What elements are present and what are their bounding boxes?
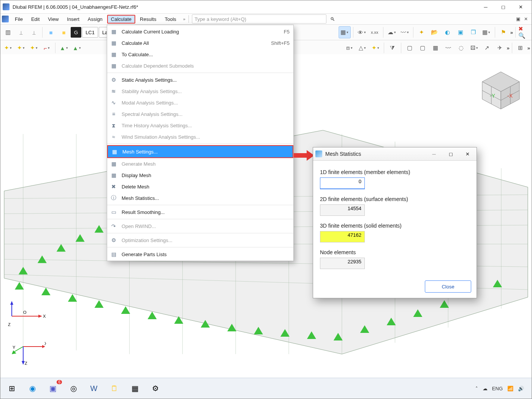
menu-results[interactable]: Results	[136, 15, 160, 24]
svg-marker-66	[294, 150, 314, 161]
taskbar-rfem-icon[interactable]: ▦	[127, 381, 143, 396]
tool-color1-icon[interactable]: ■	[45, 26, 57, 38]
svg-text:O: O	[23, 310, 27, 315]
tray-overflow-icon[interactable]: ˄	[475, 386, 478, 391]
dialog-close-action-button[interactable]: Close	[425, 280, 471, 293]
tool-misc-icon[interactable]: ▦	[480, 26, 492, 38]
tool-b2-icon[interactable]: ▢	[416, 42, 429, 54]
tool-flag-icon[interactable]: ⚑	[497, 26, 510, 38]
tool-b7-icon[interactable]: ✈	[494, 42, 506, 54]
fe3d-value[interactable]: 47162	[320, 231, 365, 242]
dialog-minimize-button[interactable]: ─	[427, 149, 441, 159]
toolbar2-overflow2-icon[interactable]: »	[527, 45, 530, 51]
taskbar-chrome-icon[interactable]: ◎	[65, 381, 82, 396]
tool-delete-icon[interactable]: ✖🔍	[518, 26, 530, 38]
menu-insert[interactable]: Insert	[63, 15, 83, 24]
pill-g[interactable]: G	[71, 27, 81, 38]
menu-assign[interactable]: Assign	[84, 15, 106, 24]
fe2d-value[interactable]: 14554	[320, 204, 365, 216]
menu-file[interactable]: File	[11, 15, 27, 24]
menu-edit[interactable]: Edit	[27, 15, 43, 24]
taskbar-word-icon[interactable]: W	[86, 381, 102, 396]
tool-t6-icon[interactable]: ▲	[71, 42, 83, 54]
menu-view[interactable]: View	[44, 15, 62, 24]
tool-xxx-icon[interactable]: x.xx	[369, 26, 381, 38]
tool-add-icon[interactable]: ✦	[416, 26, 428, 38]
calc-menu-item[interactable]: ▦Mesh Settings...	[107, 145, 293, 158]
calc-menu-item[interactable]: ▦To Calculate...	[107, 49, 293, 60]
toolbar1-overflow-icon[interactable]: »	[510, 30, 513, 35]
calc-menu-item[interactable]: ▦Display Mesh	[107, 169, 293, 181]
tool-cloud-icon[interactable]: ☁	[386, 26, 398, 38]
ribbon-close-icon[interactable]: ✕	[524, 16, 528, 22]
tool-sup-icon[interactable]: △	[356, 42, 369, 54]
calc-menu-item[interactable]: ✖Delete Mesh	[107, 181, 293, 192]
calc-menu-item[interactable]: ⚙Static Analysis Settings...	[107, 74, 293, 86]
calc-menu-item[interactable]: ▤Generate Parts Lists	[107, 249, 293, 260]
taskbar-teams-icon[interactable]: ▣	[44, 381, 61, 396]
svg-marker-22	[147, 312, 157, 319]
pill-lc[interactable]: LC1	[82, 27, 98, 38]
menu-item-label: Spectral Analysis Settings...	[122, 111, 182, 117]
tool-b5-icon[interactable]: ◌	[455, 42, 467, 54]
tray-volume-icon[interactable]: 🔊	[518, 386, 524, 391]
nav-cube[interactable]: -Y -X	[480, 70, 522, 111]
tool-a2-icon[interactable]: ⟂	[15, 26, 27, 38]
tool-t5-icon[interactable]: ▲	[58, 42, 70, 54]
tool-eye-icon[interactable]: 👁	[356, 26, 368, 38]
tool-die-icon[interactable]: ⚄	[468, 42, 480, 54]
tool-b6-icon[interactable]: ↗	[481, 42, 493, 54]
tool-a1-icon[interactable]: ▥	[2, 26, 14, 38]
tray-wifi-icon[interactable]: 📶	[507, 386, 513, 391]
menu-item-icon: ▦	[109, 27, 118, 36]
search-icon[interactable]: 🔍︎	[330, 16, 335, 22]
dialog-titlebar[interactable]: Mesh Statistics ─ ◻ ✕	[313, 147, 477, 161]
tool-blue1-icon[interactable]: ◐	[442, 26, 454, 38]
menu-item-label: Generate Mesh	[122, 161, 156, 167]
tool-b1-icon[interactable]: ▢	[404, 42, 416, 54]
tool-open-icon[interactable]: 📂	[429, 26, 441, 38]
calc-menu-item[interactable]: ▦Calculate Current LoadingF5	[107, 26, 293, 37]
taskbar-settings-icon[interactable]: ⚙	[147, 381, 164, 396]
tool-grid2-icon[interactable]: ⊞	[515, 42, 527, 54]
tray-language[interactable]: ENG	[492, 386, 503, 391]
tool-filter-icon[interactable]: ⧩	[386, 42, 399, 54]
calc-menu-item[interactable]: ⓘMesh Statistics...	[107, 192, 293, 204]
fe1d-value[interactable]: 0	[320, 177, 365, 189]
tool-cube-icon[interactable]: ❒	[467, 26, 480, 38]
menu-overflow-icon[interactable]: »	[181, 17, 188, 21]
tool-t4-icon[interactable]: ⌐	[41, 42, 53, 54]
tool-b4-icon[interactable]: 〰	[442, 42, 454, 54]
tool-blue2-icon[interactable]: ▣	[454, 26, 467, 38]
tool-frame-icon[interactable]: ⧈	[344, 42, 356, 54]
tool-wave-icon[interactable]: 〰	[399, 26, 411, 38]
menu-calculate[interactable]: Calculate	[107, 15, 135, 24]
tool-color2-icon[interactable]: ■	[58, 26, 70, 38]
tool-a3-icon[interactable]: ⟂	[28, 26, 40, 38]
menu-tools[interactable]: Tools	[161, 15, 180, 24]
ribbon-min-icon[interactable]: ▣	[516, 16, 520, 22]
calc-menu-item: ↷Open RWIND...	[107, 220, 293, 232]
tool-b3-icon[interactable]: ▦	[429, 42, 442, 54]
window-minimize-button[interactable]: ─	[477, 1, 494, 13]
dialog-close-button[interactable]: ✕	[461, 149, 474, 159]
tool-star2-icon[interactable]: ✦	[369, 42, 382, 54]
taskbar-start-icon[interactable]: ⊞	[3, 381, 20, 396]
menu-item-label: Delete Mesh	[122, 184, 149, 190]
search-input[interactable]: Type a keyword (Alt+Q)	[192, 14, 326, 24]
tool-t1-icon[interactable]: ✦	[2, 42, 14, 54]
node-value[interactable]: 22935	[320, 258, 365, 269]
tray-onedrive-icon[interactable]: ☁	[483, 386, 488, 391]
taskbar-notes-icon[interactable]: 🗒	[106, 381, 123, 396]
window-close-button[interactable]: ✕	[512, 1, 529, 13]
tool-t2-icon[interactable]: ✦	[15, 42, 27, 54]
dialog-maximize-button[interactable]: ◻	[444, 149, 458, 159]
tool-grid-icon[interactable]: ▦	[339, 26, 351, 38]
taskbar-edge-icon[interactable]: ◉	[24, 381, 41, 396]
calc-menu-item[interactable]: ▦Calculate AllShift+F5	[107, 37, 293, 49]
calc-menu-item[interactable]: ▭Result Smoothing...	[107, 206, 293, 218]
window-maximize-button[interactable]: ◻	[494, 1, 512, 13]
svg-text:Z: Z	[8, 322, 11, 327]
toolbar2-overflow-icon[interactable]: »	[507, 45, 510, 51]
tool-t3-icon[interactable]: ✦	[28, 42, 40, 54]
